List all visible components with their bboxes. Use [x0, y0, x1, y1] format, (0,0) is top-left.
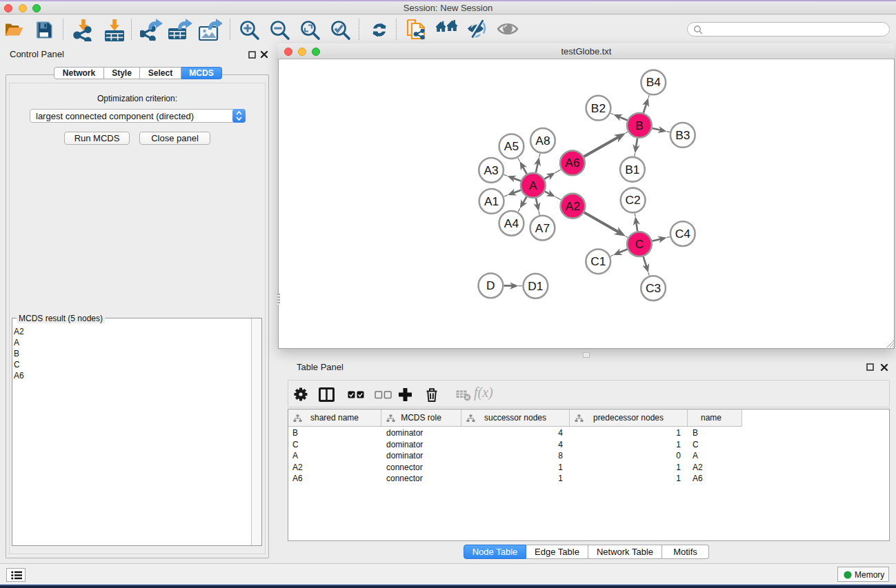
svg-text:C1: C1 — [590, 254, 606, 268]
svg-text:C3: C3 — [646, 281, 661, 295]
svg-text:A6: A6 — [565, 156, 579, 170]
svg-text:D1: D1 — [528, 279, 543, 293]
svg-text:A5: A5 — [504, 139, 519, 153]
svg-text:A7: A7 — [535, 221, 550, 235]
svg-text:B2: B2 — [591, 101, 606, 115]
svg-text:B4: B4 — [646, 75, 661, 89]
svg-text:A2: A2 — [566, 199, 580, 213]
svg-text:B: B — [635, 119, 644, 132]
svg-text:A: A — [529, 179, 537, 192]
svg-text:B3: B3 — [675, 128, 690, 142]
svg-text:C: C — [635, 237, 644, 251]
svg-text:A3: A3 — [484, 163, 498, 177]
svg-text:B1: B1 — [625, 163, 639, 176]
svg-text:f(x): f(x) — [474, 385, 493, 401]
svg-text:A1: A1 — [484, 194, 499, 208]
svg-text:A8: A8 — [535, 134, 550, 148]
svg-text:C4: C4 — [675, 227, 691, 241]
svg-text:D: D — [486, 278, 495, 292]
svg-text:C2: C2 — [626, 193, 641, 207]
svg-text:A4: A4 — [504, 216, 519, 230]
